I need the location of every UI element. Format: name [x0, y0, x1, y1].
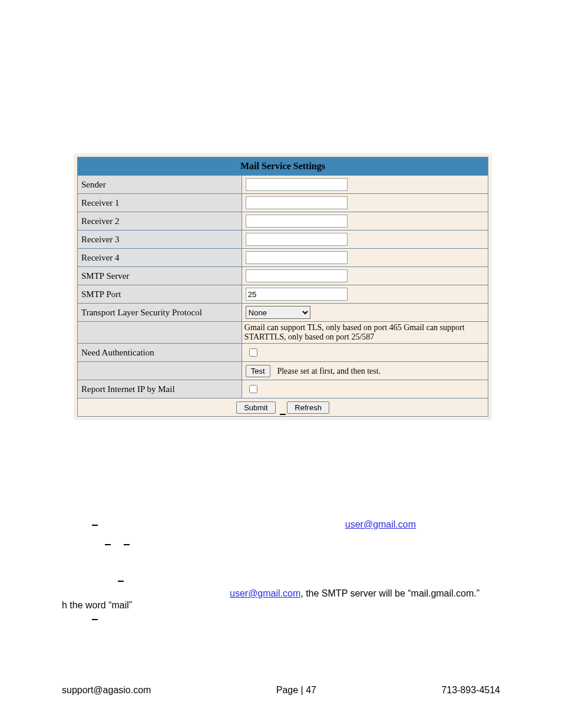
receiver3-input[interactable]: [246, 233, 348, 246]
label-tls: Transport Layer Security Protocol: [78, 304, 242, 322]
receiver2-input[interactable]: [246, 215, 348, 228]
body-text-5: user@gmail.com, the SMTP server will be …: [230, 588, 507, 600]
receiver1-input[interactable]: [246, 196, 348, 209]
report-ip-checkbox[interactable]: [249, 385, 257, 393]
dash-icon: [92, 619, 98, 620]
label-test-blank: [78, 362, 242, 380]
email-link-1[interactable]: user@gmail.com: [345, 519, 416, 529]
label-receiver3: Receiver 3: [78, 230, 242, 249]
label-sender: Sender: [78, 176, 242, 194]
test-button[interactable]: Test: [246, 365, 270, 377]
body-text-1: [62, 408, 504, 420]
body-text-6: [62, 613, 504, 625]
body-text-3: [62, 538, 504, 551]
tls-hint: Gmail can support TLS, only based on por…: [242, 322, 488, 344]
label-smtp-server: SMTP Server: [78, 267, 242, 285]
email-link-2[interactable]: user@gmail.com: [230, 588, 300, 598]
dash-icon: [124, 544, 130, 545]
label-smtp-port: SMTP Port: [78, 285, 242, 304]
page-footer: support@agasio.com Page | 47 713-893-451…: [0, 685, 562, 696]
mail-settings-panel: Mail Service Settings Sender Receiver 1 …: [74, 153, 492, 420]
label-receiver1: Receiver 1: [78, 194, 242, 212]
tls-select[interactable]: None: [246, 306, 310, 319]
dash-icon: [118, 581, 124, 582]
footer-email: support@agasio.com: [62, 685, 151, 696]
footer-page: Page | 47: [276, 685, 316, 696]
label-need-auth: Need Authentication: [78, 344, 242, 362]
label-tls-hint-blank: [78, 322, 242, 344]
panel-title: Mail Service Settings: [78, 157, 488, 176]
test-hint: Please set at first, and then test.: [277, 367, 381, 375]
text-mail-after: , the SMTP server will be “mail.gmail.co…: [300, 588, 480, 598]
label-receiver4: Receiver 4: [78, 249, 242, 267]
dash-icon: [105, 544, 111, 545]
smtp-port-input[interactable]: [246, 288, 348, 301]
text-mail-fragment: h the word “mail”: [62, 600, 132, 610]
footer-phone: 713-893-4514: [441, 685, 500, 696]
need-auth-checkbox[interactable]: [249, 348, 257, 357]
mail-settings-table: Mail Service Settings Sender Receiver 1 …: [77, 157, 488, 417]
dash-icon: [280, 414, 286, 415]
receiver4-input[interactable]: [246, 251, 348, 264]
label-receiver2: Receiver 2: [78, 212, 242, 230]
smtp-server-input[interactable]: [246, 269, 348, 282]
label-report-ip: Report Internet IP by Mail: [78, 380, 242, 398]
sender-input[interactable]: [246, 178, 348, 191]
dash-icon: [92, 525, 98, 526]
body-text-2: user@gmail.com: [62, 519, 504, 531]
